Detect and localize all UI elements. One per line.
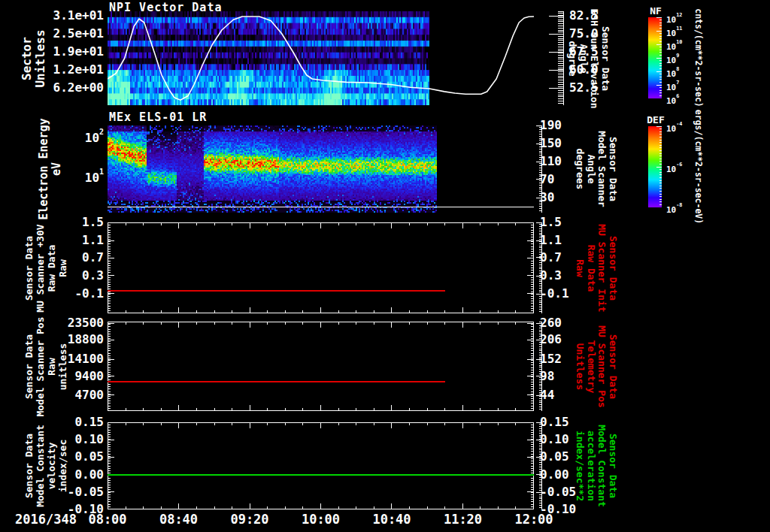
x-axis-time-label: 08:00 — [88, 512, 126, 527]
x-axis-time-label: 10:00 — [302, 512, 340, 527]
panel1-right-axis-strip — [546, 11, 564, 105]
panel1-left-tick-label: 6.2e+00 — [0, 82, 104, 93]
panel4-right-axis-strip — [535, 322, 542, 411]
panel2-right-axis-strip — [535, 125, 542, 213]
panel3-right-tick-label: 1.1 — [540, 234, 562, 246]
panel5-left-axis-title: Sensor DataModel Constantvelocityindex/s… — [23, 425, 68, 507]
npi-spectrogram-canvas — [108, 11, 534, 105]
panel5-axes — [108, 422, 534, 509]
panel1-left-tick-label: 3.1e+01 — [0, 10, 104, 21]
colorbar-def-tick-label: 10-4 — [666, 122, 682, 133]
panel3-right-tick-label: 0.3 — [540, 270, 562, 281]
panel2-right-axis-title: Sensor DataModel ScannerAngledegrees — [574, 131, 618, 207]
panel4-right-axis-title: Sensor DataMU Scanner PosTelemetryUnitle… — [574, 325, 618, 408]
panel2-left-axis-title: Electron EnergyeV — [38, 118, 63, 219]
x-axis-time-label: 09:20 — [230, 512, 268, 527]
panel5-right-tick-label: -0.05 — [540, 486, 576, 497]
x-axis-time-label: 11:20 — [444, 512, 482, 527]
panel2-right-tick-label: 150 — [540, 138, 562, 149]
colorbar-def-ticks — [648, 126, 662, 207]
panel1-left-axis-title: SectorUnitless — [20, 29, 47, 87]
panel3-right-tick-label: 0.7 — [540, 252, 562, 263]
colorbar-nf-tick-label: 107 — [666, 81, 679, 92]
panel2-right-tick-label: 110 — [540, 156, 562, 167]
colorbar-def-tick-label: 10-6 — [666, 163, 682, 174]
panel5-data-line — [108, 474, 534, 476]
panel3-right-tick-label: -0.1 — [540, 288, 569, 299]
x-axis-time-label: 12:00 — [514, 512, 553, 527]
panel3-right-axis-title: Sensor DataMU Scanner InitRaw DataRaw — [574, 224, 618, 312]
colorbar-nf-tick-label: 1011 — [666, 27, 682, 38]
panel5-right-axis-strip — [535, 422, 542, 509]
panel5-right-tick-label: 0.15 — [540, 416, 569, 428]
panel3-axes — [108, 222, 534, 313]
science-plot-figure: NPI Vector Data MEx ELS-01 LR 2016/348 3… — [0, 0, 770, 532]
panel4-axes — [108, 322, 534, 411]
panel4-data-line — [108, 381, 445, 382]
panel1-left-tick-label: 1.2e+01 — [0, 64, 104, 75]
panel5-right-tick-label: 0.10 — [540, 434, 569, 445]
panel4-right-tick-label: 152 — [540, 353, 562, 364]
colorbar-def-units: ergs/(cm**2-sr-sec-eV) — [694, 110, 702, 224]
colorbar-def-tick-label: 10-8 — [666, 204, 682, 214]
panel2-title: MEx ELS-01 LR — [109, 110, 207, 124]
colorbar-nf-tick-label: 1012 — [666, 14, 682, 24]
colorbar-nf-title: NF — [647, 5, 665, 17]
colorbar-nf-tick-label: 108 — [666, 68, 679, 78]
panel4-right-tick-label: 206 — [540, 334, 562, 345]
panel5-right-tick-label: 0.05 — [540, 451, 569, 462]
panel2-right-tick-label: 190 — [540, 119, 562, 131]
colorbar-nf-tick-label: 1010 — [666, 41, 682, 51]
colorbar-nf-tick-label: 106 — [666, 95, 679, 105]
panel3-left-axis-title: Sensor DataMU Scanner +30VRaw DataRaw — [23, 224, 68, 312]
panel3-right-tick-label: 1.5 — [540, 216, 562, 228]
panel1-left-tick-label: 1.9e+01 — [0, 46, 104, 57]
els-spectrogram-canvas — [108, 125, 534, 213]
panel4-left-axis-title: Sensor DataModel Scanner PosRawunitless — [23, 316, 68, 416]
colorbar-def-title: DEF — [647, 114, 665, 125]
colorbar-nf-units: cnts/(cm**2-sr-sec) — [694, 8, 702, 107]
panel3-data-line — [108, 290, 445, 292]
panel1-right-axis-title: Sensor DataESH Sun ElevationAngledegree — [567, 8, 611, 108]
panel4-right-tick-label: 260 — [540, 317, 562, 328]
colorbar-nf-ticks — [648, 17, 662, 98]
panel5-right-tick-label: 0.00 — [540, 469, 569, 480]
colorbar-nf-tick-label: 109 — [666, 54, 679, 65]
panel1-left-tick-label: 2.5e+01 — [0, 28, 104, 39]
x-axis-time-label: 08:40 — [159, 512, 198, 527]
panel5-right-axis-title: Sensor DataModel Constantaccelerationind… — [574, 425, 618, 507]
x-axis-time-label: 10:40 — [372, 512, 411, 527]
panel3-right-axis-strip — [535, 222, 542, 313]
